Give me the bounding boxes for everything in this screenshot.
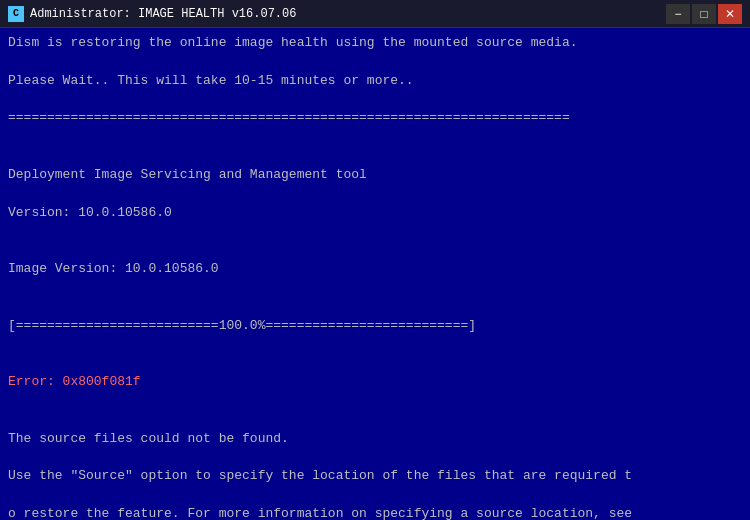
window-title: Administrator: IMAGE HEALTH v16.07.06	[30, 7, 296, 21]
console-line: The source files could not be found.	[8, 430, 742, 449]
console-line: Image Version: 10.0.10586.0	[8, 260, 742, 279]
maximize-button[interactable]: □	[692, 4, 716, 24]
console-line: Please Wait.. This will take 10-15 minut…	[8, 72, 742, 91]
console-line: Use the "Source" option to specify the l…	[8, 467, 742, 486]
console-line: Error: 0x800f081f	[8, 373, 742, 392]
title-bar-left: C Administrator: IMAGE HEALTH v16.07.06	[8, 6, 296, 22]
console-line: o restore the feature. For more informat…	[8, 505, 742, 520]
close-button[interactable]: ✕	[718, 4, 742, 24]
minimize-button[interactable]: −	[666, 4, 690, 24]
console-output: Dism is restoring the online image healt…	[0, 28, 750, 520]
title-bar: C Administrator: IMAGE HEALTH v16.07.06 …	[0, 0, 750, 28]
console-line: Dism is restoring the online image healt…	[8, 34, 742, 53]
window-controls: − □ ✕	[666, 4, 742, 24]
console-line: [==========================100.0%=======…	[8, 317, 742, 336]
console-line: Deployment Image Servicing and Managemen…	[8, 166, 742, 185]
app-icon: C	[8, 6, 24, 22]
console-line: Version: 10.0.10586.0	[8, 204, 742, 223]
console-line: ========================================…	[8, 109, 742, 128]
